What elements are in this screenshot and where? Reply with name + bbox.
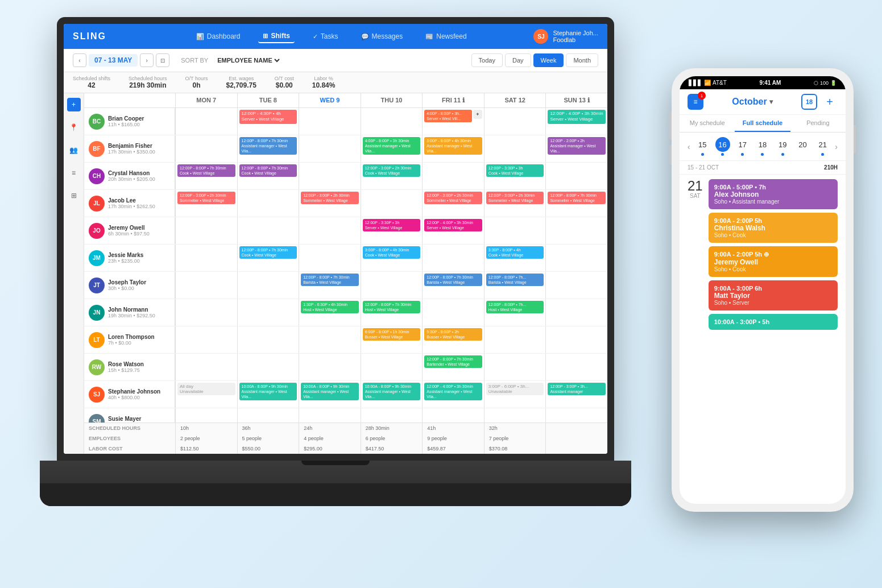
shift-block[interactable]: 12:00P - 8:00P • 7h 30minHost • West Vil… <box>363 301 421 313</box>
employee-info: CH Crystal Hanson 20h 30min • $205.00 <box>84 163 175 189</box>
shift-block[interactable]: 12:00P - 8:00P • 7h...Host • West Villag… <box>486 301 544 313</box>
shift-block[interactable]: 12:00P - 8:00P • 7h 30minBartender • Wes… <box>424 355 482 368</box>
avatar: SM <box>89 414 105 423</box>
next-week-button[interactable]: › <box>140 53 154 67</box>
month-selector[interactable]: October ▾ <box>732 97 772 107</box>
shift-block[interactable]: 12:00P - 8:00P • 7h 30minCook • West Vil… <box>239 246 297 259</box>
shift-block[interactable]: 6:00P - 8:00P • 1h 30minBusser • West Vi… <box>363 328 421 341</box>
shift-block[interactable]: 12:00P - 4:30P • 4hServer • West Village <box>239 110 297 124</box>
sling-logo: SLING <box>73 31 106 42</box>
week-day-16[interactable]: 16 <box>715 137 730 156</box>
next-week-arrow[interactable]: › <box>833 142 840 151</box>
week-day-20[interactable]: 20 <box>795 137 810 156</box>
shift-block[interactable]: 3:00P - 8:00P • 4h 30minAssistant manage… <box>424 137 482 155</box>
shift-block[interactable]: 12:00P - 8:00P • 7h 30minBarista • West … <box>424 274 482 286</box>
nav-messages[interactable]: 💬 Messages <box>357 30 408 43</box>
tab-full-schedule[interactable]: Full schedule <box>735 115 790 132</box>
wifi-icon: 📶 <box>704 80 711 86</box>
week-day-21[interactable]: 21 <box>815 137 830 156</box>
week-day-19[interactable]: 19 <box>775 137 790 156</box>
list-icon[interactable]: ≡ <box>67 166 81 180</box>
shift-block[interactable]: 10:00A - 8:00P • 9h 30minAssistant manag… <box>239 383 297 400</box>
shift-block[interactable]: 12:00P - 8:00P • 7h 30minSommelier • Wes… <box>548 192 606 204</box>
shift-cell-wed <box>299 135 361 162</box>
week-day-18[interactable]: 18 <box>755 137 770 156</box>
stat-labor-pct: Labor % 10.84% <box>312 76 336 89</box>
shift-block[interactable]: 3:30P - 8:00P • 4hCook • West Village <box>486 246 544 259</box>
filter-button[interactable]: ≡ 1 <box>688 94 703 110</box>
shift-block[interactable]: 12:00P - 3:00P • 2h 30minSommelier • Wes… <box>424 192 482 204</box>
nav-dashboard[interactable]: 📊 Dashboard <box>192 30 245 43</box>
nav-tasks[interactable]: ✓ Tasks <box>308 30 343 43</box>
shift-block[interactable]: 5:30P - 8:00P • 2hBusser • West Village <box>424 328 482 341</box>
shift-block[interactable]: 12:00P - 8:00P • 7h 30minBarista • West … <box>301 274 359 286</box>
shift-block[interactable]: 12:00P - 3:00P • 3h...Assistant manager <box>548 383 606 395</box>
emp-meta: 7h • $0.00 <box>108 340 170 346</box>
location-icon[interactable]: 📍 <box>67 121 81 134</box>
shift-block[interactable]: 12:00P - 8:00P • 7h 30minAssistant manag… <box>239 137 297 155</box>
shift-block[interactable]: 4:00P - 8:00P • 3h...Server • West Vill.… <box>424 110 472 122</box>
shift-block[interactable]: 12:00P - 3:00P • 2h 30minSommelier • Wes… <box>301 192 359 204</box>
list-item[interactable]: 10:00A - 3:00P • 5h <box>709 314 838 330</box>
nav-shifts[interactable]: ⊞ Shifts <box>258 30 294 43</box>
table-row: JM Jessie Marks 23h • $235.00 12:00P - 8… <box>84 245 607 272</box>
shift-role: Soho • Cook <box>714 232 832 238</box>
phone-volume-down-button[interactable] <box>669 145 672 165</box>
shift-block[interactable]: 10:00A - 8:00P • 9h 30minAssistant manag… <box>363 383 421 400</box>
sort-select[interactable]: EMPLOYEE NAME <box>215 56 281 64</box>
shift-block[interactable]: 10:00A - 8:00P • 9h 30minAssistant manag… <box>301 383 359 400</box>
shift-block[interactable]: 12:00P - 3:30P • 3hServer • West Village <box>363 219 421 231</box>
shift-block[interactable]: 12:00P - 8:00P • 7h...Barista • West Vil… <box>486 274 544 286</box>
shift-cell-sun <box>545 245 607 271</box>
shift-block[interactable]: 12:00P - 3:00P • 2h 30minSommelier • Wes… <box>177 192 235 204</box>
shift-block[interactable]: 3:00P - 8:00P • 4h 30minCook • West Vill… <box>363 246 421 259</box>
footer-cell: $550.00 <box>237 444 299 454</box>
week-view-button[interactable]: Week <box>533 53 564 67</box>
prev-week-arrow[interactable]: ‹ <box>685 142 693 151</box>
shift-block[interactable]: 12:00P - 4:00P • 3h 30minServer • West V… <box>548 110 606 124</box>
list-item[interactable]: 9:00A - 3:00P 6h Matt Taylor Soho • Serv… <box>709 280 838 310</box>
shift-cell-fri: 12:00P - 4:00P • 3h 30minAssistant manag… <box>422 381 484 408</box>
tab-pending[interactable]: Pending <box>790 115 846 132</box>
day-section: 21 SAT 9:00A - 5:00P • 7h Alex Johnson S… <box>680 175 846 334</box>
list-item[interactable]: 9:00A - 2:00P 5h Christina Walsh Soho • … <box>709 213 838 243</box>
shift-block[interactable]: 12:00P - 3:30P • 3hCook • West Village <box>486 164 544 177</box>
shift-block[interactable]: 12:00P - 3:00P • 2h 30minSommelier • Wes… <box>486 192 544 204</box>
phone-volume-up-button[interactable] <box>669 119 672 139</box>
calendar-icon[interactable]: 18 <box>801 94 817 110</box>
calendar-view-button[interactable]: ⊡ <box>156 53 169 67</box>
list-item[interactable]: 9:00A - 2:00P 5h ⊕ Jeremy Owell Soho • C… <box>709 246 838 277</box>
week-day-17[interactable]: 17 <box>735 137 750 156</box>
nav-newsfeed[interactable]: 📰 Newsfeed <box>421 30 471 43</box>
shift-block[interactable]: 4:00P - 8:00P • 3h 30minAssistant manage… <box>363 137 421 155</box>
shift-cell-tue: 12:00P - 8:00P • 7h 30minCook • West Vil… <box>237 245 299 271</box>
shift-block[interactable]: 12:00P - 3:00P • 2h 30minCook • West Vil… <box>363 164 421 177</box>
add-employee-button[interactable]: + <box>67 98 81 111</box>
phone-power-button[interactable] <box>854 125 856 154</box>
calendar-area: + 📍 👥 ≡ ⊞ MON 7 TUE 8 WED 9 THU 10 FRI 1… <box>64 93 607 454</box>
unavailable-block: 3:00P - 6:00P • 3h...Unavailable <box>486 383 544 395</box>
shift-block[interactable]: 1:30P - 6:30P • 4h 30minHost • West Vill… <box>301 301 359 313</box>
shift-block[interactable]: 12:00P - 4:00P • 3h 30minAssistant manag… <box>424 383 482 400</box>
shift-block[interactable]: 12:00P - 8:00P • 7h 30minCook • West Vil… <box>177 164 235 177</box>
people-icon[interactable]: 👥 <box>67 143 81 157</box>
list-item[interactable]: 9:00A - 5:00P • 7h Alex Johnson Soho • A… <box>709 179 838 209</box>
shift-block[interactable]: 12:00P - 2:00P • 2hAssistant manager • W… <box>548 137 606 155</box>
user-menu[interactable]: SJ Stephanie Joh... Foodlab <box>533 29 598 44</box>
day-view-button[interactable]: Day <box>505 53 531 67</box>
add-button[interactable]: + <box>822 94 838 110</box>
employee-info: JO Jeremy Owell 6h 30min • $97.50 <box>84 217 175 244</box>
shift-block[interactable]: 12:00P - 4:00P • 3h 30minServer • West V… <box>424 219 482 231</box>
footer-cell: 4 people <box>299 433 361 444</box>
add-shift-button[interactable]: + <box>473 110 482 119</box>
prev-week-button[interactable]: ‹ <box>73 53 86 67</box>
today-button[interactable]: Today <box>471 53 503 67</box>
filter-icon[interactable]: ⊞ <box>67 189 81 202</box>
tab-my-schedule[interactable]: My schedule <box>680 115 735 132</box>
shift-cell-mon: All dayUnavailable <box>175 381 237 408</box>
week-day-15[interactable]: 15 <box>695 137 710 156</box>
shift-cell-mon <box>175 326 237 353</box>
shift-block[interactable]: 12:00P - 8:00P • 7h 30minCook • West Vil… <box>239 164 297 177</box>
table-row: BC Brian Cooper 11h • $165.00 12:00P - 4… <box>84 108 607 135</box>
month-view-button[interactable]: Month <box>566 53 598 67</box>
